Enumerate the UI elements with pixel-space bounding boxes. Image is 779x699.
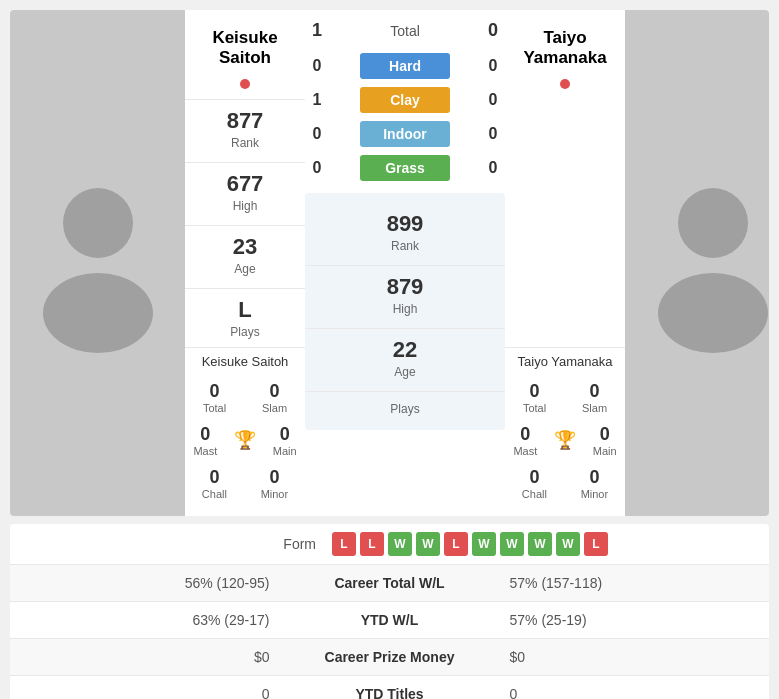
player2-trophy-icon: 🏆 xyxy=(554,429,576,451)
player1-age-block: 23 Age xyxy=(185,225,305,284)
clay-label: Clay xyxy=(360,87,450,113)
player2-minor-label: Minor xyxy=(581,488,609,500)
svg-point-3 xyxy=(658,273,768,353)
player2-plays-label: Plays xyxy=(305,402,505,416)
clay-p1-score: 1 xyxy=(305,91,329,109)
player1-chall-label: Chall xyxy=(202,488,227,500)
player1-rank-label: Rank xyxy=(185,136,305,150)
ytd-wl-p1: 63% (29-17) xyxy=(26,612,290,628)
player1-mast: 0 Mast xyxy=(193,424,217,457)
player1-scores-row: 0 Total 0 Slam xyxy=(185,375,305,420)
player2-main-label: Main xyxy=(593,445,617,457)
player2-scores-row: 0 Total 0 Slam xyxy=(505,375,625,420)
player2-mast-value: 0 xyxy=(513,424,537,445)
player1-main: 0 Main xyxy=(273,424,297,457)
form-badge-7: W xyxy=(528,532,552,556)
indoor-row: 0 Indoor 0 xyxy=(305,117,505,151)
player2-rank-value: 899 xyxy=(305,211,505,237)
player1-name: Keisuke Saitoh xyxy=(202,20,287,73)
player2-age-label: Age xyxy=(305,365,505,379)
form-badge-8: W xyxy=(556,532,580,556)
player1-minor-label: Minor xyxy=(261,488,289,500)
player1-total-value: 0 xyxy=(203,381,226,402)
player1-chall: 0 Chall xyxy=(202,467,227,500)
total-row: 1 Total 0 xyxy=(305,20,505,41)
svg-point-0 xyxy=(63,188,133,258)
form-label: Form xyxy=(171,536,332,552)
ytd-titles-p1: 0 xyxy=(26,686,290,699)
svg-point-2 xyxy=(678,188,748,258)
player1-total-label: Total xyxy=(203,402,226,414)
form-badge-4: L xyxy=(444,532,468,556)
ytd-titles-row: 0 YTD Titles 0 xyxy=(10,676,769,699)
player2-slam: 0 Slam xyxy=(582,381,607,414)
career-total-row: 56% (120-95) Career Total W/L 57% (157-1… xyxy=(10,565,769,602)
player1-rank-block: 877 Rank xyxy=(185,99,305,158)
player2-photo xyxy=(625,10,769,516)
player2-rank-label: Rank xyxy=(305,239,505,253)
clay-p2-score: 0 xyxy=(481,91,505,109)
career-prize-row: $0 Career Prize Money $0 xyxy=(10,639,769,676)
player2-age-value: 22 xyxy=(305,337,505,363)
stats-table: Form LLWWLWWWWL 56% (120-95) Career Tota… xyxy=(10,524,769,699)
player1-minor: 0 Minor xyxy=(261,467,289,500)
ytd-wl-label: YTD W/L xyxy=(290,612,490,628)
player1-photo xyxy=(10,10,185,516)
player2-stats: Taiyo Yamanaka Taiyo Yamanaka 0 Total 0 … xyxy=(505,10,625,516)
player1-chall-value: 0 xyxy=(202,467,227,488)
player-comparison: Keisuke Saitoh 877 Rank 677 High 23 Age … xyxy=(10,10,769,516)
player2-trophy-row: 0 Mast 🏆 0 Main xyxy=(505,420,625,461)
middle-section: 1 Total 0 0 Hard 0 1 Clay xyxy=(305,10,505,516)
player2-chall: 0 Chall xyxy=(522,467,547,500)
ytd-wl-row: 63% (29-17) YTD W/L 57% (25-19) xyxy=(10,602,769,639)
total-p2-score: 0 xyxy=(481,20,505,41)
player1-slam-label: Slam xyxy=(262,402,287,414)
form-badge-5: W xyxy=(472,532,496,556)
player1-plays-value: L xyxy=(185,297,305,323)
player1-high-block: 677 High xyxy=(185,162,305,221)
player2-main: 0 Main xyxy=(593,424,617,457)
form-badge-9: L xyxy=(584,532,608,556)
indoor-badge: Indoor xyxy=(337,121,473,147)
ytd-wl-p2: 57% (25-19) xyxy=(490,612,754,628)
form-row: Form LLWWLWWWWL xyxy=(10,524,769,565)
player1-plays-block: L Plays xyxy=(185,288,305,347)
hard-p1-score: 0 xyxy=(305,57,329,75)
player2-status-dot xyxy=(560,79,570,89)
player1-plays-label: Plays xyxy=(185,325,305,339)
player2-total: 0 Total xyxy=(523,381,546,414)
player1-stats: Keisuke Saitoh 877 Rank 677 High 23 Age … xyxy=(185,10,305,516)
player2-name: Taiyo Yamanaka xyxy=(513,20,616,73)
hard-badge: Hard xyxy=(337,53,473,79)
player1-high-value: 677 xyxy=(185,171,305,197)
grass-label: Grass xyxy=(360,155,450,181)
total-label: Total xyxy=(341,23,469,39)
player2-high-block: 879 High xyxy=(305,265,505,324)
player2-mast: 0 Mast xyxy=(513,424,537,457)
svg-point-1 xyxy=(43,273,153,353)
grass-p2-score: 0 xyxy=(481,159,505,177)
player2-age-block: 22 Age xyxy=(305,328,505,387)
player1-status-dot xyxy=(240,79,250,89)
surface-rows: 0 Hard 0 1 Clay 0 0 xyxy=(305,49,505,185)
player1-mast-value: 0 xyxy=(193,424,217,445)
player1-rank-value: 877 xyxy=(185,108,305,134)
player2-plays-block: Plays xyxy=(305,391,505,424)
form-badge-1: L xyxy=(360,532,384,556)
career-total-p2: 57% (157-118) xyxy=(490,575,754,591)
form-badges: LLWWLWWWWL xyxy=(332,532,608,556)
career-total-label: Career Total W/L xyxy=(290,575,490,591)
form-badge-2: W xyxy=(388,532,412,556)
player2-minor: 0 Minor xyxy=(581,467,609,500)
player2-total-label: Total xyxy=(523,402,546,414)
player2-lower-scores-row: 0 Chall 0 Minor xyxy=(505,461,625,506)
indoor-p2-score: 0 xyxy=(481,125,505,143)
player1-high-label: High xyxy=(185,199,305,213)
player1-trophy-icon: 🏆 xyxy=(234,429,256,451)
player1-mast-label: Mast xyxy=(193,445,217,457)
grass-p1-score: 0 xyxy=(305,159,329,177)
player1-name-below: Keisuke Saitoh xyxy=(185,347,305,375)
indoor-p1-score: 0 xyxy=(305,125,329,143)
clay-row: 1 Clay 0 xyxy=(305,83,505,117)
player1-main-label: Main xyxy=(273,445,297,457)
